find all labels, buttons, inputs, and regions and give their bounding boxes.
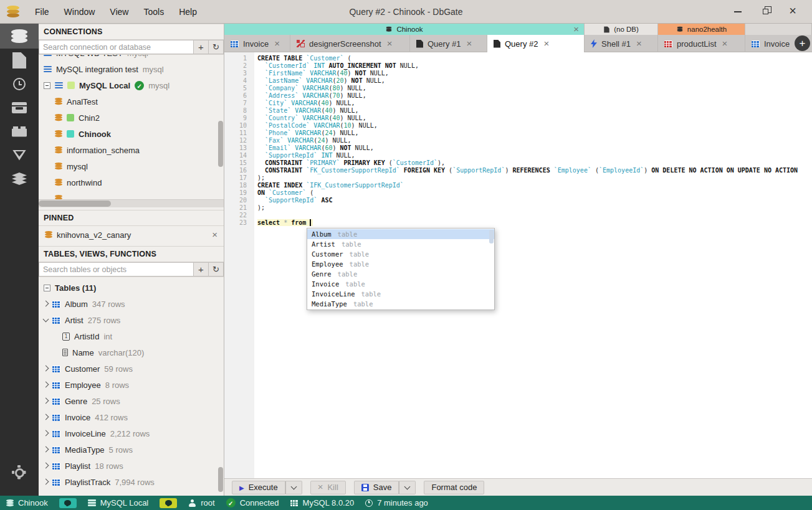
new-tab-button[interactable] [795, 35, 810, 51]
sidebar-item-settings[interactable] [0, 461, 39, 484]
connections-scrollbar-thumb[interactable] [218, 121, 223, 167]
chevron-right-icon[interactable] [43, 381, 49, 387]
close-group-icon[interactable] [573, 26, 579, 34]
autocomplete-scrollbar-thumb[interactable] [489, 230, 494, 243]
chevron-right-icon[interactable] [43, 446, 49, 452]
sidebar-item-files[interactable] [0, 49, 39, 72]
kill-button[interactable]: Kill [310, 481, 346, 494]
execute-button[interactable]: Execute [232, 481, 285, 494]
chevron-down-icon[interactable] [43, 316, 49, 322]
menu-file[interactable]: File [29, 5, 55, 19]
autocomplete-item[interactable]: MediaTypetable [307, 299, 494, 309]
close-tab-icon[interactable] [543, 39, 549, 49]
autocomplete-item[interactable]: Artisttable [307, 239, 494, 249]
connection-item[interactable]: Chin2 [39, 110, 224, 126]
collapse-icon[interactable] [44, 82, 50, 89]
object-row[interactable]: PlaylistTrack7,994 rows [39, 474, 224, 490]
close-tab-icon[interactable] [387, 39, 393, 49]
connection-item[interactable]: MYSQL WD TESTmysql [39, 55, 224, 61]
chevron-right-icon[interactable] [43, 462, 49, 468]
autocomplete-item[interactable]: Albumtable [307, 229, 494, 239]
menu-view[interactable]: View [103, 5, 135, 19]
execute-dropdown-button[interactable] [285, 481, 302, 494]
line-number: 7 [224, 100, 254, 107]
autocomplete-item[interactable]: Employeetable [307, 259, 494, 269]
chevron-right-icon[interactable] [43, 413, 49, 420]
connection-color-badge[interactable] [59, 498, 77, 508]
sidebar-item-history[interactable] [0, 72, 39, 96]
object-row[interactable]: ArtistIdint [39, 328, 224, 344]
tab-invoice[interactable]: Invoice [224, 35, 290, 52]
close-tab-icon[interactable] [274, 39, 280, 49]
sidebar-item-filter[interactable] [0, 143, 39, 167]
connection-item[interactable]: mysql [39, 158, 224, 174]
tab-productlist[interactable]: productList [658, 35, 745, 52]
autocomplete-item[interactable]: Invoicetable [307, 279, 494, 289]
chevron-right-icon[interactable] [43, 430, 49, 436]
menu-tools[interactable]: Tools [137, 5, 170, 19]
autocomplete-item[interactable]: Genretable [307, 269, 494, 279]
connection-item[interactable]: information_schema [39, 142, 224, 158]
connection-item[interactable]: MySQL integration testmysql [39, 61, 224, 77]
tab-group-chinook[interactable]: Chinook [224, 24, 585, 35]
connection-item[interactable] [39, 191, 224, 199]
close-button[interactable] [786, 5, 800, 19]
tab-shell-1[interactable]: Shell #1 [585, 35, 658, 52]
add-connection-button[interactable] [194, 40, 209, 54]
unpin-icon[interactable] [212, 230, 217, 240]
connections-search-input[interactable] [39, 40, 194, 54]
save-dropdown-button[interactable] [399, 481, 416, 494]
object-row[interactable]: Namevarchar(120) [39, 344, 224, 361]
object-row[interactable]: Playlist18 rows [39, 458, 224, 474]
menu-window[interactable]: Window [58, 5, 102, 19]
object-row[interactable]: Tables (11) [39, 280, 224, 296]
scrollbar-thumb[interactable] [39, 201, 111, 207]
sidebar-item-layers[interactable] [0, 167, 39, 191]
objects-search-input[interactable] [39, 262, 194, 276]
chevron-right-icon[interactable] [43, 478, 49, 484]
objects-scrollbar-thumb[interactable] [218, 467, 223, 492]
tab-designerscreenshot[interactable]: designerScreenshot [290, 35, 410, 52]
tab-query-2[interactable]: Query #2 [487, 35, 585, 52]
connection-color-badge[interactable] [160, 498, 177, 508]
tab-group--no-db-[interactable]: (no DB) [585, 24, 658, 35]
connection-item[interactable]: Chinook [39, 126, 224, 142]
chevron-right-icon[interactable] [43, 365, 49, 371]
object-row[interactable]: Genre25 rows [39, 393, 224, 409]
close-tab-icon[interactable] [722, 39, 728, 49]
close-tab-icon[interactable] [636, 39, 642, 49]
tab-invoice[interactable]: Invoice [745, 35, 800, 52]
object-row[interactable]: Invoice412 rows [39, 409, 224, 425]
chevron-right-icon[interactable] [43, 300, 49, 306]
chevron-right-icon[interactable] [43, 397, 49, 404]
object-row[interactable]: Album347 rows [39, 296, 224, 312]
close-tab-icon[interactable] [466, 39, 472, 49]
connection-item[interactable]: AnalTest [39, 93, 224, 110]
autocomplete-item[interactable]: InvoiceLinetable [307, 289, 494, 299]
connections-horizontal-scrollbar[interactable] [39, 199, 224, 207]
collapse-icon[interactable] [44, 285, 50, 291]
pinned-item[interactable]: knihovna_v2_canary [39, 226, 224, 243]
minimize-button[interactable] [731, 5, 745, 19]
autocomplete-item[interactable]: Customertable [307, 249, 494, 259]
restore-button[interactable] [758, 5, 772, 19]
object-row[interactable]: Employee8 rows [39, 377, 224, 393]
format-code-button[interactable]: Format code [424, 481, 484, 494]
sidebar-item-archive[interactable] [0, 96, 39, 120]
sidebar-item-connections[interactable] [0, 24, 39, 49]
connection-item[interactable]: MySQL Localmysql [39, 77, 224, 93]
tab-group-nano2health[interactable]: nano2health [658, 24, 745, 35]
menu-help[interactable]: Help [173, 5, 203, 19]
object-row[interactable]: InvoiceLine2,212 rows [39, 425, 224, 442]
object-row[interactable]: Customer59 rows [39, 361, 224, 377]
refresh-objects-button[interactable] [209, 262, 224, 276]
connection-item[interactable]: northwind [39, 174, 224, 191]
tab-query-1[interactable]: Query #1 [410, 35, 487, 52]
save-button[interactable]: Save [354, 481, 399, 494]
object-row[interactable]: MediaType5 rows [39, 442, 224, 458]
add-object-button[interactable] [194, 262, 209, 276]
sidebar-item-plugins[interactable] [0, 120, 39, 143]
object-row[interactable]: Artist275 rows [39, 312, 224, 328]
refresh-connections-button[interactable] [209, 40, 224, 54]
sql-editor[interactable]: 1234567891011121314151617181920212223 CR… [224, 52, 812, 478]
